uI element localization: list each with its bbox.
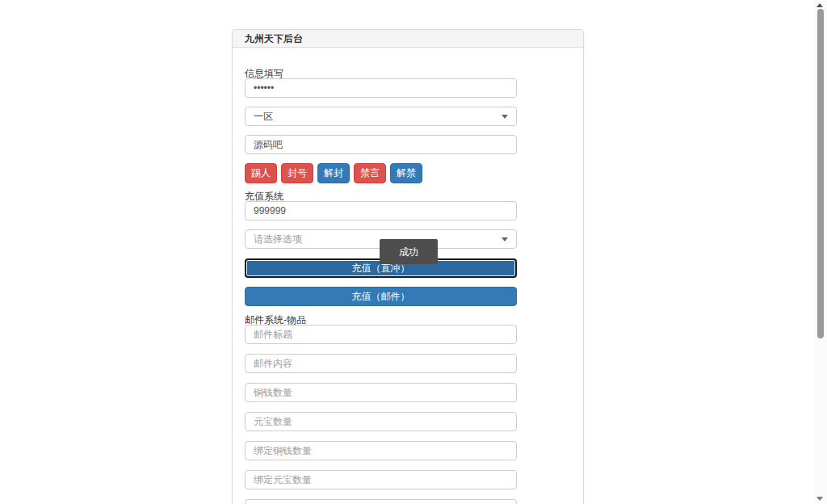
copper-amount-field[interactable] (245, 383, 517, 402)
admin-form: 信息填写 一区 踢人 封号 解封 禁言 解禁 充值系统 请选择选项 充值（直冲） (245, 69, 517, 504)
recharge-amount-field[interactable] (245, 201, 517, 220)
moderation-button-row: 踢人 封号 解封 禁言 解禁 (245, 163, 517, 183)
recharge-section-label: 充值系统 (245, 191, 517, 201)
ban-button[interactable]: 封号 (281, 163, 313, 183)
unmute-button[interactable]: 解禁 (390, 163, 422, 183)
scrollbar-thumb[interactable] (817, 9, 824, 338)
item-select[interactable]: 请选择物品 (245, 499, 517, 504)
admin-panel: 九州天下后台 信息填写 一区 踢人 封号 解封 禁言 解禁 充值系统 请选择选项 (232, 29, 584, 504)
panel-body: 信息填写 一区 踢人 封号 解封 禁言 解禁 充值系统 请选择选项 充值（直冲） (233, 48, 583, 504)
recharge-option-placeholder: 请选择选项 (254, 233, 302, 246)
mail-section-label: 邮件系统-物品 (245, 315, 517, 325)
panel-title: 九州天下后台 (233, 30, 583, 48)
chevron-down-icon (502, 115, 508, 119)
zone-select-value: 一区 (254, 110, 273, 124)
bound-yuanbao-amount-field[interactable] (245, 470, 517, 489)
mute-button[interactable]: 禁言 (354, 163, 386, 183)
page-scrollbar[interactable] (813, 0, 827, 504)
kick-button[interactable]: 踢人 (245, 163, 277, 183)
yuanbao-amount-field[interactable] (245, 412, 517, 431)
scroll-down-icon[interactable] (817, 497, 823, 501)
info-section-label: 信息填写 (245, 69, 517, 78)
bound-copper-amount-field[interactable] (245, 441, 517, 460)
recharge-mail-button[interactable]: 充值（邮件） (245, 287, 517, 306)
account-field[interactable] (245, 135, 517, 154)
chevron-down-icon (502, 237, 508, 242)
unban-button[interactable]: 解封 (317, 163, 350, 183)
password-field[interactable] (245, 78, 517, 98)
zone-select[interactable]: 一区 (245, 107, 517, 126)
mail-content-field[interactable] (245, 354, 517, 373)
mail-title-field[interactable] (245, 325, 517, 344)
scroll-up-icon[interactable] (817, 3, 823, 7)
success-toast: 成功 (380, 239, 438, 264)
